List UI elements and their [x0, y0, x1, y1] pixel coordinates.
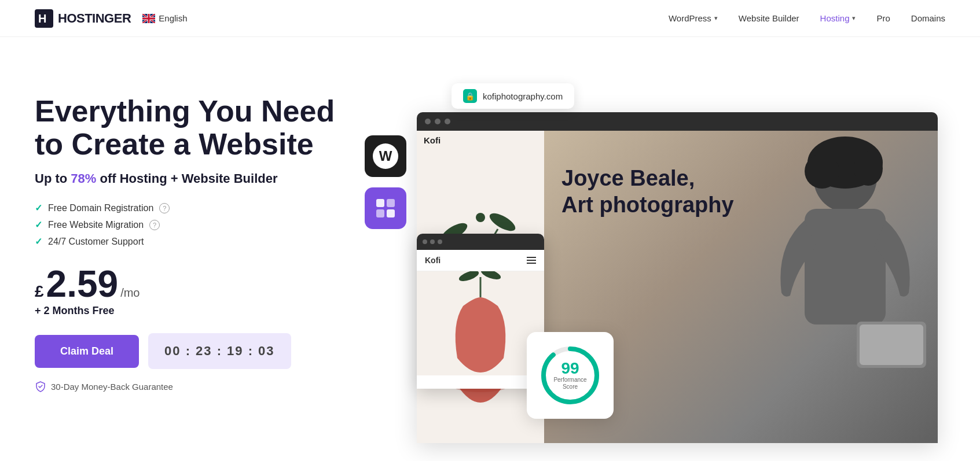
perf-score-text: 99	[561, 359, 579, 377]
hero-section: Everything You Need to Create a Website …	[0, 37, 980, 461]
logo-icon: H	[35, 9, 53, 28]
browser-dot-1	[425, 119, 431, 124]
nav-pro[interactable]: Pro	[876, 13, 890, 23]
person-illustration	[706, 131, 938, 443]
svg-point-12	[487, 210, 517, 234]
performance-ring: 99 Performance Score	[538, 344, 602, 407]
language-label: English	[159, 13, 187, 23]
nav-hosting[interactable]: Hosting ▾	[820, 13, 856, 23]
uk-flag-icon	[142, 14, 155, 23]
price-bonus: + 2 Months Free	[35, 305, 347, 317]
svg-rect-4	[387, 199, 395, 207]
svg-rect-6	[387, 209, 395, 217]
builder-inner	[375, 197, 397, 219]
svg-point-13	[476, 213, 485, 222]
svg-point-25	[480, 271, 502, 282]
builder-icon-box	[365, 187, 406, 229]
subtitle-prefix: Up to	[35, 171, 71, 186]
logo[interactable]: H HOSTINGER	[35, 9, 131, 28]
features-list: ✓ Free Domain Registration ? ✓ Free Webs…	[35, 202, 347, 247]
price-period: /mo	[120, 286, 140, 300]
svg-point-18	[805, 154, 839, 189]
builder-svg-icon	[375, 197, 397, 219]
svg-rect-5	[376, 209, 384, 217]
mobile-bar	[417, 234, 544, 250]
price-row: £ 2.59 /mo	[35, 265, 347, 303]
browser-dot-2	[435, 119, 441, 124]
mobile-vase-icon	[417, 271, 544, 375]
wordpress-icon-box: W	[365, 135, 406, 177]
subtitle-highlight: 78%	[71, 171, 96, 186]
check-icon-1: ✓	[35, 202, 42, 213]
mobile-content: Kofi	[417, 250, 544, 389]
svg-rect-22	[860, 324, 923, 365]
shield-icon	[35, 381, 46, 392]
mobile-browser: Kofi	[417, 234, 544, 389]
url-text: kofiphotography.com	[483, 91, 563, 101]
mobile-image-area	[417, 271, 544, 375]
feature-support: ✓ 24/7 Customer Support	[35, 236, 347, 247]
mobile-dot-3	[438, 239, 442, 244]
navbar: H HOSTINGER English WordPress ▾ Website …	[0, 0, 980, 37]
mobile-site-name: Kofi	[425, 256, 441, 265]
nav-domains[interactable]: Domains	[911, 13, 945, 23]
svg-text:Performance: Performance	[553, 377, 587, 383]
chevron-down-icon: ▾	[714, 14, 718, 22]
hero-subtitle: Up to 78% off Hosting + Website Builder	[35, 171, 347, 186]
info-icon-1[interactable]: ?	[159, 203, 170, 213]
mobile-dot-1	[423, 239, 427, 244]
info-icon-2[interactable]: ?	[149, 220, 160, 230]
currency-symbol: £	[35, 283, 44, 300]
nav-wordpress[interactable]: WordPress ▾	[669, 13, 718, 23]
hero-right: 🔒 kofiphotography.com W	[347, 72, 945, 461]
navbar-left: H HOSTINGER English	[35, 9, 188, 28]
language-selector[interactable]: English	[142, 13, 187, 23]
logo-wordmark: HOSTINGER	[58, 11, 131, 26]
url-bar: 🔒 kofiphotography.com	[452, 83, 574, 109]
svg-text:H: H	[38, 12, 46, 25]
svg-point-19	[854, 151, 883, 186]
svg-rect-3	[376, 199, 384, 207]
subtitle-suffix: off Hosting + Website Builder	[96, 171, 277, 186]
svg-point-24	[458, 271, 480, 283]
feature-domain: ✓ Free Domain Registration ?	[35, 202, 347, 213]
wp-letter: W	[379, 148, 392, 164]
claim-deal-button[interactable]: Claim Deal	[35, 335, 139, 368]
browser-bar	[417, 112, 938, 131]
check-icon-2: ✓	[35, 219, 42, 230]
guarantee-text: 30-Day Money-Back Guarantee	[51, 382, 173, 392]
price-amount: 2.59	[46, 265, 119, 303]
hero-left: Everything You Need to Create a Website …	[35, 72, 347, 461]
navbar-right: WordPress ▾ Website Builder Hosting ▾ Pr…	[669, 13, 945, 23]
countdown-timer: 00 : 23 : 19 : 03	[148, 333, 291, 369]
nav-website-builder[interactable]: Website Builder	[739, 13, 799, 23]
cta-row: Claim Deal 00 : 23 : 19 : 03	[35, 333, 347, 369]
mobile-header: Kofi	[417, 250, 544, 271]
hamburger-menu-icon[interactable]	[527, 257, 536, 264]
check-icon-3: ✓	[35, 236, 42, 247]
svg-rect-20	[805, 209, 886, 324]
lock-icon: 🔒	[463, 89, 477, 103]
performance-badge: 99 Performance Score	[527, 332, 614, 419]
site-name-label: Kofi	[417, 131, 544, 150]
feature-migration: ✓ Free Website Migration ?	[35, 219, 347, 230]
guarantee-row: 30-Day Money-Back Guarantee	[35, 381, 347, 392]
svg-text:Score: Score	[563, 383, 578, 390]
chevron-down-icon-2: ▾	[852, 14, 856, 22]
pricing-block: £ 2.59 /mo + 2 Months Free	[35, 265, 347, 317]
mobile-dot-2	[430, 239, 435, 244]
wp-circle: W	[373, 143, 398, 169]
browser-dot-3	[445, 119, 450, 124]
hero-title: Everything You Need to Create a Website	[35, 95, 347, 161]
